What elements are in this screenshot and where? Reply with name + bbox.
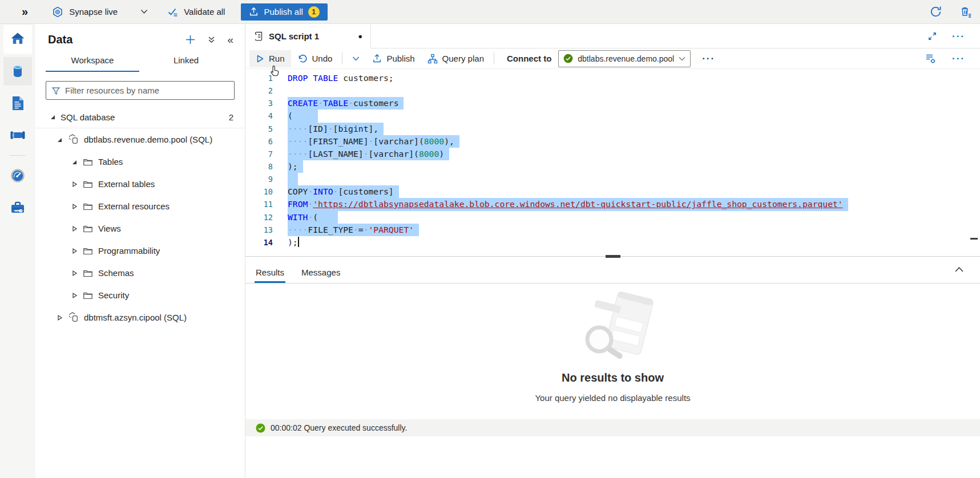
tree-collapsed-icon[interactable] xyxy=(71,292,78,299)
database-icon xyxy=(9,63,26,80)
results-filler xyxy=(245,436,980,478)
folder-icon xyxy=(82,290,94,301)
add-resource-button[interactable] xyxy=(185,34,196,45)
publish-icon xyxy=(372,54,382,63)
tab-results[interactable]: Results xyxy=(256,268,284,283)
code-text: WITH·( xyxy=(288,211,338,224)
line-number: 2 xyxy=(245,84,273,97)
tree-item-schemas[interactable]: Schemas xyxy=(35,262,245,284)
pipeline-icon xyxy=(9,128,26,143)
tree-collapsed-icon[interactable] xyxy=(71,225,78,232)
code-line-4[interactable]: 4( xyxy=(245,110,980,122)
code-line-6[interactable]: 6····[FIRST_NAME]·[varchar](8000), xyxy=(245,135,980,148)
publish-all-button[interactable]: Publish all 1 xyxy=(241,3,327,21)
run-options-chevron[interactable] xyxy=(346,50,366,67)
collapse-results-chevron-icon[interactable] xyxy=(954,266,964,273)
validate-all-label: Validate all xyxy=(184,7,225,17)
script-settings-icon[interactable] xyxy=(924,52,936,64)
mode-selector[interactable]: Synapse live xyxy=(52,6,148,18)
undo-button[interactable]: Undo xyxy=(291,50,339,67)
query-plan-button[interactable]: Query plan xyxy=(421,50,490,67)
filter-resources-input[interactable] xyxy=(65,86,229,95)
publish-count-badge: 1 xyxy=(308,6,320,18)
nav-home[interactable] xyxy=(3,25,32,54)
tree-item-external-tables[interactable]: External tables xyxy=(35,173,245,195)
left-nav-rail xyxy=(0,24,35,478)
tree-collapsed-icon[interactable] xyxy=(71,248,78,254)
publish-button[interactable]: Publish xyxy=(366,50,421,67)
code-line-7[interactable]: 7····[LAST_NAME]·[varchar](8000) xyxy=(245,148,980,160)
expand-editor-icon[interactable] xyxy=(927,31,937,41)
editor-toolbar: Run Undo Publish xyxy=(245,48,980,69)
code-text: ); xyxy=(288,160,303,173)
code-line-3[interactable]: 3CREATE·TABLE·customers xyxy=(245,97,980,110)
validate-all-button[interactable]: Validate all xyxy=(167,6,225,18)
tree-collapsed-icon[interactable] xyxy=(56,314,63,321)
code-line-14[interactable]: 14); xyxy=(245,236,980,249)
nav-integrate[interactable] xyxy=(3,121,32,149)
code-text: COPY·INTO·[customers] xyxy=(288,185,399,198)
tree-expanded-icon[interactable] xyxy=(71,159,78,165)
tree-item-label: Schemas xyxy=(98,268,134,278)
top-command-bar: » Synapse live Validate all Publish all … xyxy=(0,0,980,24)
line-number: 11 xyxy=(245,198,273,210)
folder-icon xyxy=(82,179,94,190)
tree-item-dbtlabs-revenue-demo-pool-sql[interactable]: dbtlabs.revenue.demo.pool (SQL) xyxy=(35,128,245,151)
pool-select-dropdown[interactable]: dbtlabs.revenue.demo.pool xyxy=(558,50,691,67)
sql-pool-icon xyxy=(67,133,79,145)
code-line-13[interactable]: 13····FILE_TYPE·=·'PARQUET' xyxy=(245,224,980,236)
discard-all-icon[interactable] xyxy=(959,6,972,18)
line-number: 10 xyxy=(245,185,273,198)
tree-item-dbtmsft-azsyn-cipool-sql[interactable]: dbtmsft.azsyn.cipool (SQL) xyxy=(35,306,245,329)
tree-item-tables[interactable]: Tables xyxy=(35,151,245,173)
tree-item-security[interactable]: Security xyxy=(35,284,245,306)
nav-monitor[interactable] xyxy=(3,161,32,190)
tab-sql-script-1[interactable]: SQL script 1 ● xyxy=(245,24,371,48)
sql-code-editor[interactable]: 1DROP TABLE customers;23CREATE·TABLE·cus… xyxy=(245,69,980,254)
tree-collapsed-icon[interactable] xyxy=(71,270,78,277)
tree-expanded-icon[interactable] xyxy=(49,114,56,120)
publish-all-label: Publish all xyxy=(264,7,303,17)
tree-collapsed-icon[interactable] xyxy=(71,203,78,210)
tree-expanded-icon[interactable] xyxy=(56,136,63,143)
toolbar-more-icon[interactable]: ··· xyxy=(702,54,715,63)
nav-data[interactable] xyxy=(3,57,32,86)
line-number: 12 xyxy=(245,211,273,224)
filter-resources-box[interactable] xyxy=(46,81,235,100)
code-line-5[interactable]: 5····[ID]·[bigint], xyxy=(245,123,980,135)
run-button[interactable]: Run xyxy=(249,50,291,67)
tree-item-label: dbtmsft.azsyn.cipool (SQL) xyxy=(84,313,187,322)
chevron-down-icon[interactable] xyxy=(140,9,148,14)
expand-menu-icon[interactable]: » xyxy=(22,5,28,18)
connected-check-icon xyxy=(563,54,573,63)
refresh-icon[interactable] xyxy=(929,5,942,18)
code-line-8[interactable]: 8); xyxy=(245,160,980,173)
code-text xyxy=(288,173,298,185)
code-line-10[interactable]: 10COPY·INTO·[customers] xyxy=(245,185,980,198)
tree-item-views[interactable]: Views xyxy=(35,217,245,240)
tab-workspace[interactable]: Workspace xyxy=(46,55,139,72)
editor-more-icon[interactable]: ··· xyxy=(952,54,965,63)
code-text: ····[FIRST_NAME]·[varchar](8000), xyxy=(288,135,459,148)
tab-linked[interactable]: Linked xyxy=(139,55,233,72)
tree-item-programmability[interactable]: Programmability xyxy=(35,240,245,262)
tree-item-sql-database[interactable]: SQL database2 xyxy=(35,106,245,128)
code-line-2[interactable]: 2 xyxy=(245,84,980,97)
code-line-12[interactable]: 12WITH·( xyxy=(245,211,980,224)
nav-develop[interactable] xyxy=(3,89,32,118)
collapse-all-icon[interactable] xyxy=(207,35,216,44)
code-line-9[interactable]: 9 xyxy=(245,173,980,185)
nav-manage[interactable] xyxy=(3,193,32,222)
results-panel: Results Messages xyxy=(245,258,980,478)
code-line-1[interactable]: 1DROP TABLE customers; xyxy=(245,72,980,84)
tree-collapsed-icon[interactable] xyxy=(71,181,78,188)
code-text: ); xyxy=(288,236,299,249)
tree-item-external-resources[interactable]: External resources xyxy=(35,195,245,217)
connect-to-label: Connect to xyxy=(507,54,551,63)
results-splitter[interactable] xyxy=(245,254,980,258)
tab-messages[interactable]: Messages xyxy=(301,268,340,283)
code-line-11[interactable]: 11FROM·'https://dbtlabsynapsedatalake.bl… xyxy=(245,198,980,210)
tab-more-icon[interactable]: ··· xyxy=(952,31,965,41)
splitter-drag-handle[interactable] xyxy=(606,255,620,258)
collapse-panel-icon[interactable]: « xyxy=(227,34,233,46)
